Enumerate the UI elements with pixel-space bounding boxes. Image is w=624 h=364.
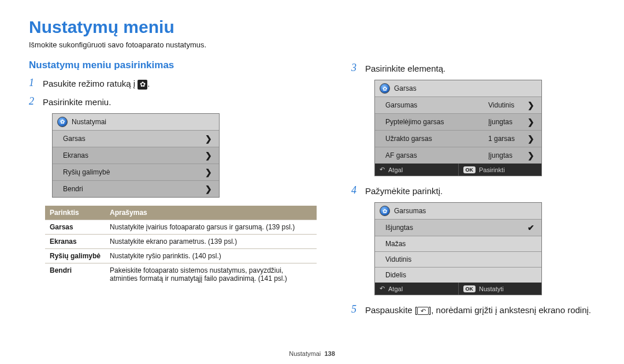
menu-item-ekranas[interactable]: Ekranas ❯ (53, 147, 219, 164)
ui-header: ✿ Garsas (375, 80, 541, 96)
gear-icon: ✿ (138, 80, 147, 90)
step-4: 4 Pažymėkite parinktį. (351, 184, 595, 196)
col-left: Nustatymų meniu pasirinkimas 1 Pasukite … (29, 60, 317, 321)
table-row: Ryšių galimybė Nustatykite ryšio parinkt… (45, 248, 317, 263)
menu-item-garsas[interactable]: Garsas ❯ (53, 130, 219, 147)
options-table: Parinktis Aprašymas Garsas Nustatykite į… (45, 206, 317, 285)
menu-item-bendri[interactable]: Bendri ❯ (53, 180, 219, 197)
step-3: 3 Pasirinkite elementą. (351, 62, 595, 74)
footer-back[interactable]: ↶ Atgal (375, 164, 459, 176)
step-2: 2 Pasirinkite meniu. (29, 95, 317, 107)
step-number: 1 (29, 77, 38, 89)
option-vidutinis[interactable]: Vidutinis (375, 251, 541, 267)
table-row: Ekranas Nustatykite ekrano parametrus. (… (45, 234, 317, 248)
footer-back[interactable]: ↶ Atgal (375, 283, 459, 295)
ui-title: Garsumas (394, 207, 426, 215)
page-number: 138 (324, 350, 335, 357)
chevron-right-icon: ❯ (205, 168, 212, 177)
option-mazas[interactable]: Mažas (375, 236, 541, 251)
chevron-right-icon: ❯ (528, 134, 534, 143)
ui-title: Garsas (394, 84, 417, 92)
step-5: 5 Paspauskite [↶], norėdami grįžti į ank… (351, 303, 595, 315)
step-number: 4 (351, 184, 361, 196)
mode-dial-icon: ✿ (380, 83, 390, 94)
mode-dial-icon: ✿ (57, 117, 68, 127)
option-isjungtas[interactable]: Išjungtas ✔ (375, 219, 541, 236)
step-number: 3 (351, 62, 361, 74)
camera-ui-sound-settings: ✿ Garsas Garsumas Vidutinis❯ Pyptelėjimo… (374, 80, 542, 176)
ok-key-icon: OK (463, 285, 476, 292)
chevron-right-icon: ❯ (205, 151, 212, 160)
step-text: Paspauskite [↶], norėdami grįžti į ankst… (365, 303, 591, 315)
return-icon: ↶ (417, 307, 429, 315)
footer-ok[interactable]: OK Nustatyti (459, 283, 542, 295)
intro-text: Išmokite sukonfigūruoti savo fotoaparato… (29, 40, 595, 49)
check-icon: ✔ (528, 223, 534, 232)
return-icon: ↶ (380, 285, 385, 292)
step-text: Pasukite režimo ratuką į ✿. (43, 77, 150, 90)
step-text: Pažymėkite parinktį. (365, 184, 443, 196)
chevron-right-icon: ❯ (528, 151, 534, 160)
th-option: Parinktis (45, 206, 105, 220)
ui-header: ✿ Nustatymai (53, 114, 219, 130)
setting-af-garsas[interactable]: AF garsas Įjungtas❯ (375, 147, 541, 164)
th-desc: Aprašymas (105, 206, 317, 220)
chevron-right-icon: ❯ (205, 184, 212, 194)
footer-ok[interactable]: OK Pasirinkti (459, 164, 542, 176)
page-title: Nustatymų meniu (29, 17, 595, 37)
step-1: 1 Pasukite režimo ratuką į ✿. (29, 77, 317, 90)
step-number: 5 (351, 303, 361, 315)
ok-key-icon: OK (463, 166, 476, 173)
setting-pyptelejimo[interactable]: Pyptelėjimo garsas Įjungtas❯ (375, 113, 541, 130)
page-footer: Nustatymai 138 (0, 350, 624, 357)
mode-dial-icon: ✿ (380, 206, 390, 216)
setting-garsumas[interactable]: Garsumas Vidutinis❯ (375, 96, 541, 113)
return-icon: ↶ (380, 166, 385, 173)
ui-header: ✿ Garsumas (375, 203, 541, 219)
step-text: Pasirinkite meniu. (43, 95, 111, 107)
setting-uzrakto[interactable]: Užrakto garsas 1 garsas❯ (375, 130, 541, 147)
camera-ui-menu: ✿ Nustatymai Garsas ❯ Ekranas ❯ Ryšių ga… (52, 113, 220, 198)
camera-ui-volume-options: ✿ Garsumas Išjungtas ✔ Mažas Vidutinis D… (374, 202, 542, 295)
option-didelis[interactable]: Didelis (375, 267, 541, 283)
menu-item-rysiu[interactable]: Ryšių galimybė ❯ (53, 164, 219, 180)
chevron-right-icon: ❯ (528, 101, 534, 110)
ui-footer: ↶ Atgal OK Pasirinkti (375, 164, 541, 176)
ui-footer: ↶ Atgal OK Nustatyti (375, 283, 541, 295)
col-right: 3 Pasirinkite elementą. ✿ Garsas Garsuma… (351, 60, 595, 321)
section-heading: Nustatymų meniu pasirinkimas (29, 60, 317, 71)
table-row: Garsas Nustatykite įvairius fotoaparato … (45, 220, 317, 234)
ui-title: Nustatymai (72, 118, 106, 126)
chevron-right-icon: ❯ (205, 134, 212, 143)
table-row: Bendri Pakeiskite fotoaparato sistemos n… (45, 263, 317, 285)
chevron-right-icon: ❯ (528, 117, 534, 127)
step-text: Pasirinkite elementą. (365, 62, 445, 73)
step-number: 2 (29, 95, 38, 107)
